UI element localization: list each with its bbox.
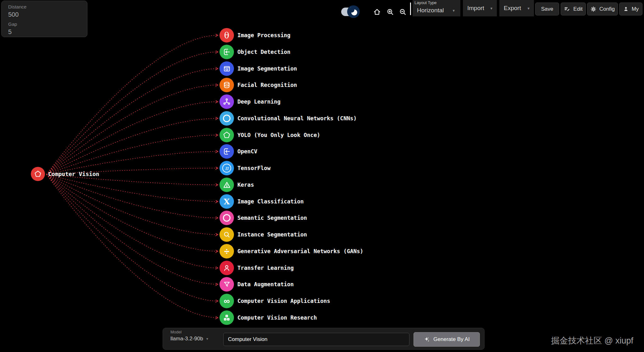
root-node-computer-vision[interactable]: Computer Vision: [31, 167, 99, 181]
prompt-input[interactable]: [223, 333, 409, 346]
node-semantic-segmentation[interactable]: Semantic Segmentation: [219, 211, 307, 225]
node-facial-recognition[interactable]: Facial Recognition: [219, 78, 297, 92]
node-keras[interactable]: Keras: [219, 178, 254, 192]
model-value: llama-3.2-90b: [170, 336, 203, 342]
sparkle-icon: [424, 336, 430, 343]
node-tensorflow[interactable]: π TensorFlow: [219, 161, 270, 175]
cubes-icon: [219, 310, 234, 325]
pentagon-icon: [31, 167, 45, 181]
login-arrow-icon: [219, 144, 234, 159]
root-label: Computer Vision: [48, 171, 99, 177]
node-instance-segmentation[interactable]: Instance Segmentation: [219, 227, 307, 242]
model-select[interactable]: llama-3.2-90b ▾: [170, 336, 208, 342]
molecule-icon: [219, 94, 234, 109]
node-deep-learning[interactable]: Deep Learning: [219, 94, 280, 109]
theta-icon: θ: [219, 28, 234, 43]
layout-type-label: Layout Type: [414, 0, 437, 5]
watermark: 掘金技术社区 @ xiupf: [551, 335, 633, 346]
ring-icon: [219, 111, 234, 126]
infinity-icon: ∞: [219, 294, 234, 308]
pentagon-icon: [219, 128, 234, 142]
chevron-down-icon: ▾: [206, 337, 208, 341]
node-cv-research[interactable]: Computer Vision Research: [219, 310, 317, 325]
warning-triangle-icon: [219, 178, 234, 192]
login-arrow-icon: [219, 45, 234, 59]
generate-by-ai-button[interactable]: Generate By AI: [414, 332, 480, 347]
generate-label: Generate By AI: [433, 336, 469, 343]
node-yolo[interactable]: YOLO (You Only Look Once): [219, 128, 320, 142]
x-glyph-icon: X: [219, 194, 234, 209]
generator-bar: Model llama-3.2-90b ▾ Generate By AI: [163, 328, 485, 350]
code-window-icon: [219, 61, 234, 76]
pi-circle-icon: π: [219, 161, 234, 175]
node-object-detection[interactable]: Object Detection: [219, 45, 291, 59]
model-label: Model: [170, 330, 181, 334]
node-image-processing[interactable]: θ Image Processing: [219, 28, 291, 43]
magnifier-icon: [219, 227, 234, 242]
database-icon: [219, 78, 234, 92]
node-image-segmentation[interactable]: Image Segmentation: [219, 61, 297, 76]
node-cv-applications[interactable]: ∞ Computer Vision Applications: [219, 294, 330, 308]
ring-icon: [219, 211, 234, 225]
node-image-classification[interactable]: X Image Classification: [219, 194, 304, 209]
node-data-augmentation[interactable]: Data Augmentation: [219, 277, 294, 292]
person-icon: [219, 261, 234, 275]
divide-icon: ÷: [219, 244, 234, 258]
node-transfer-learning[interactable]: Transfer Learning: [219, 261, 294, 275]
node-opencv[interactable]: OpenCV: [219, 144, 257, 159]
node-cnns[interactable]: Convolutional Neural Networks (CNNs): [219, 111, 357, 126]
node-gans[interactable]: ÷ Generative Adversarial Networks (GANs): [219, 244, 363, 258]
funnel-icon: [219, 277, 234, 292]
